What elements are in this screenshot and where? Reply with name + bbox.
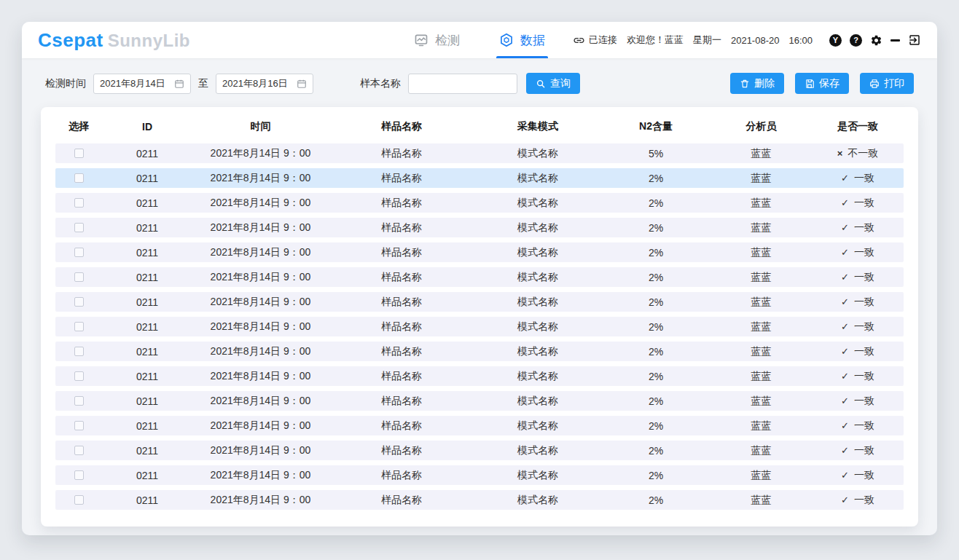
table-row[interactable]: 0211 2021年8月14日 9：00 样品名称 模式名称 2% 蓝蓝 ✓ 一… xyxy=(55,441,904,460)
select-cell xyxy=(55,446,102,455)
consistency-label: 一致 xyxy=(854,172,874,185)
table-row[interactable]: 0211 2021年8月14日 9：00 样品名称 模式名称 5% 蓝蓝 × 不… xyxy=(55,143,904,163)
n2-cell: 2% xyxy=(601,272,711,283)
select-cell xyxy=(55,272,102,282)
row-checkbox[interactable] xyxy=(74,347,84,356)
window-controls: Y ? xyxy=(829,33,921,47)
time-cell: 2021年8月14日 9：00 xyxy=(192,197,329,210)
date-from-input[interactable]: 2021年8月14日 xyxy=(93,74,191,94)
consistency-label: 不一致 xyxy=(848,147,878,160)
row-checkbox[interactable] xyxy=(74,396,84,406)
row-checkbox[interactable] xyxy=(74,446,84,455)
n2-cell: 2% xyxy=(601,247,711,259)
id-cell: 0211 xyxy=(102,445,192,457)
table-row[interactable]: 0211 2021年8月14日 9：00 样品名称 模式名称 2% 蓝蓝 ✓ 一… xyxy=(55,193,904,213)
column-header-n2: N2含量 xyxy=(601,120,711,133)
consistency-label: 一致 xyxy=(854,345,874,358)
row-checkbox[interactable] xyxy=(74,421,84,430)
row-checkbox[interactable] xyxy=(74,371,84,381)
data-table: 选择 ID 时间 样品名称 采集模式 N2含量 分析员 是否一致 0211 20… xyxy=(41,107,918,527)
sample-cell: 样品名称 xyxy=(329,395,474,408)
consistency-status: ✓ 一致 xyxy=(812,246,904,259)
select-cell xyxy=(55,173,102,183)
row-checkbox[interactable] xyxy=(74,223,84,232)
n2-cell: 2% xyxy=(601,494,711,506)
time-cell: 2021年8月14日 9：00 xyxy=(192,296,329,309)
delete-button-label: 删除 xyxy=(754,77,775,90)
mode-cell: 模式名称 xyxy=(474,370,601,383)
table-row[interactable]: 0211 2021年8月14日 9：00 样品名称 模式名称 2% 蓝蓝 ✓ 一… xyxy=(55,292,904,312)
help-icon[interactable]: ? xyxy=(850,34,862,47)
row-checkbox[interactable] xyxy=(74,173,84,183)
consistency-label: 一致 xyxy=(854,419,874,433)
row-checkbox[interactable] xyxy=(74,297,84,307)
table-row[interactable]: 0211 2021年8月14日 9：00 样品名称 模式名称 2% 蓝蓝 ✓ 一… xyxy=(55,391,904,411)
consistency-label: 一致 xyxy=(854,246,874,259)
exit-icon[interactable] xyxy=(908,33,921,47)
consistency-mark-icon: ✓ xyxy=(841,420,849,431)
consistency-label: 一致 xyxy=(854,370,874,383)
sample-cell: 样品名称 xyxy=(329,246,474,259)
row-checkbox[interactable] xyxy=(74,470,84,480)
consistency-status: ✓ 一致 xyxy=(812,197,904,210)
delete-button[interactable]: 删除 xyxy=(730,73,784,94)
row-checkbox[interactable] xyxy=(74,495,84,505)
analyst-cell: 蓝蓝 xyxy=(711,494,812,507)
select-cell xyxy=(55,149,102,158)
brand-secondary: SunnyLib xyxy=(108,31,190,51)
row-checkbox[interactable] xyxy=(74,322,84,331)
consistency-label: 一致 xyxy=(854,271,874,284)
id-cell: 0211 xyxy=(102,197,192,209)
analyst-cell: 蓝蓝 xyxy=(711,345,812,358)
row-checkbox[interactable] xyxy=(74,149,84,158)
save-icon xyxy=(805,79,815,89)
table-row[interactable]: 0211 2021年8月14日 9：00 样品名称 模式名称 2% 蓝蓝 ✓ 一… xyxy=(55,267,904,287)
sample-name-input[interactable] xyxy=(408,74,517,94)
row-checkbox[interactable] xyxy=(74,248,84,257)
select-cell xyxy=(55,421,102,430)
consistency-mark-icon: ✓ xyxy=(841,272,849,283)
select-cell xyxy=(55,495,102,505)
table-row[interactable]: 0211 2021年8月14日 9：00 样品名称 模式名称 2% 蓝蓝 ✓ 一… xyxy=(55,317,904,336)
table-row[interactable]: 0211 2021年8月14日 9：00 样品名称 模式名称 2% 蓝蓝 ✓ 一… xyxy=(55,342,904,361)
detect-time-label: 检测时间 xyxy=(45,77,86,90)
consistency-label: 一致 xyxy=(854,197,874,210)
table-row[interactable]: 0211 2021年8月14日 9：00 样品名称 模式名称 2% 蓝蓝 ✓ 一… xyxy=(55,218,904,237)
table-row[interactable]: 0211 2021年8月14日 9：00 样品名称 模式名称 2% 蓝蓝 ✓ 一… xyxy=(55,490,904,510)
table-row[interactable]: 0211 2021年8月14日 9：00 样品名称 模式名称 2% 蓝蓝 ✓ 一… xyxy=(55,465,904,485)
action-buttons: 删除 保存 打印 xyxy=(730,73,914,94)
row-checkbox[interactable] xyxy=(74,272,84,282)
mode-cell: 模式名称 xyxy=(474,395,601,408)
app-window: Csepat SunnyLib 检测 数据 已连接 xyxy=(22,22,937,535)
print-button[interactable]: 打印 xyxy=(860,73,914,94)
consistency-mark-icon: ✓ xyxy=(841,395,849,406)
theme-icon[interactable]: Y xyxy=(829,34,842,47)
minimize-button[interactable] xyxy=(890,39,900,42)
column-header-mode: 采集模式 xyxy=(474,120,601,133)
settings-gear-icon[interactable] xyxy=(870,34,882,47)
query-button[interactable]: 查询 xyxy=(526,73,580,94)
brand-logo: Csepat SunnyLib xyxy=(38,29,242,52)
save-button-label: 保存 xyxy=(819,77,839,90)
table-row[interactable]: 0211 2021年8月14日 9：00 样品名称 模式名称 2% 蓝蓝 ✓ 一… xyxy=(55,366,904,386)
table-row[interactable]: 0211 2021年8月14日 9：00 样品名称 模式名称 2% 蓝蓝 ✓ 一… xyxy=(55,168,904,188)
consistency-status: ✓ 一致 xyxy=(812,172,904,185)
save-button[interactable]: 保存 xyxy=(795,73,849,94)
consistency-label: 一致 xyxy=(854,320,874,334)
column-header-consistency: 是否一致 xyxy=(812,120,904,133)
table-row[interactable]: 0211 2021年8月14日 9：00 样品名称 模式名称 2% 蓝蓝 ✓ 一… xyxy=(55,242,904,262)
tab-data[interactable]: 数据 xyxy=(496,22,548,58)
consistency-mark-icon: ✓ xyxy=(841,296,849,307)
n2-cell: 2% xyxy=(601,222,711,234)
select-cell xyxy=(55,223,102,232)
tab-detect[interactable]: 检测 xyxy=(411,22,463,58)
time-cell: 2021年8月14日 9：00 xyxy=(192,469,329,482)
mode-cell: 模式名称 xyxy=(474,444,601,457)
analyst-cell: 蓝蓝 xyxy=(711,395,812,408)
consistency-status: ✓ 一致 xyxy=(812,370,904,383)
table-row[interactable]: 0211 2021年8月14日 9：00 样品名称 模式名称 2% 蓝蓝 ✓ 一… xyxy=(55,416,904,435)
row-checkbox[interactable] xyxy=(74,198,84,208)
query-button-label: 查询 xyxy=(550,77,571,90)
printer-icon xyxy=(869,79,880,89)
date-to-input[interactable]: 2021年8月16日 xyxy=(216,74,313,94)
